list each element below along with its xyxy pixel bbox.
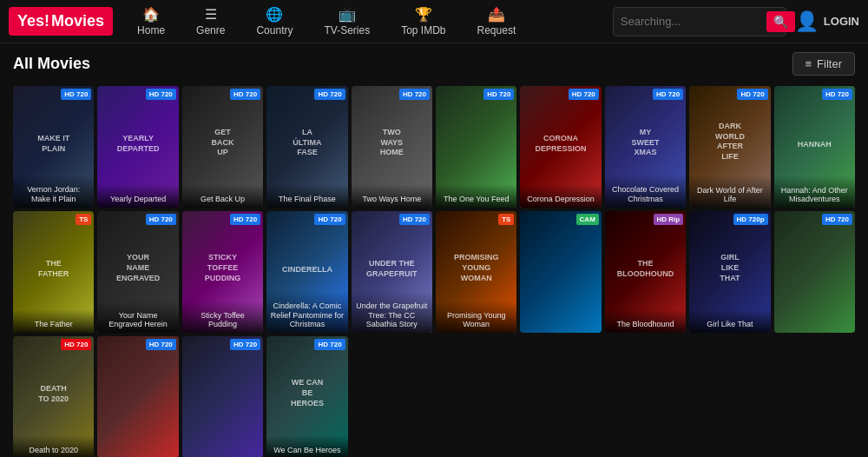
search-button[interactable]: 🔍 <box>766 11 795 32</box>
movie-badge: HD 720 <box>230 89 260 100</box>
search-input[interactable] <box>621 15 766 28</box>
tv-icon: 📺 <box>339 6 356 23</box>
poster-text: GET BACK UP <box>202 124 243 162</box>
nav-request[interactable]: 📤 Request <box>462 0 532 43</box>
movie-title: The One You Feed <box>436 184 516 208</box>
filter-button[interactable]: ≡ Filter <box>792 52 855 76</box>
movie-card[interactable]: UNDER THE GRAPEFRUIT HD 720 Under the Gr… <box>352 211 432 333</box>
search-box: 🔍 <box>613 7 786 36</box>
movie-card[interactable]: CORONA DEPRESSION HD 720 Corona Depressi… <box>520 86 601 208</box>
movie-card[interactable]: GET BACK UP HD 720 Get Back Up <box>182 86 263 208</box>
poster-text: LA ÚLTIMA FASE <box>287 124 328 162</box>
movie-card[interactable]: MAKE IT PLAIN HD 720 Vernon Jordan: Make… <box>13 86 94 208</box>
login-button[interactable]: 👤 LOGIN <box>795 10 859 33</box>
poster-text: YEARLY DEPARTED <box>114 130 163 157</box>
movie-card[interactable]: CINDERELLA HD 720 Cinderella: A Comic Re… <box>266 211 347 333</box>
nav-country[interactable]: 🌐 Country <box>240 0 308 43</box>
movie-card[interactable]: CAM <box>520 211 601 333</box>
movie-card[interactable]: YOUR NAME ENGRAVED HD 720 Your Name Engr… <box>97 211 178 333</box>
movie-card[interactable]: TWO WAYS HOME HD 720 Two Ways Home <box>352 86 432 208</box>
movie-badge: HD 720 <box>314 89 345 100</box>
movie-card[interactable]: HD 720 The One You Feed <box>436 86 516 208</box>
nav-genre[interactable]: ☰ Genre <box>181 0 240 43</box>
movie-title: Vernon Jordan: Make it Plain <box>13 175 94 208</box>
movie-badge: HD Rip <box>654 214 684 225</box>
poster-text: PROMISING YOUNG WOMAN <box>450 249 503 287</box>
poster-text: GIRL LIKE THAT <box>710 249 751 287</box>
movie-card[interactable]: DEATH TO 2020 HD 720 Death to 2020 <box>13 336 94 457</box>
nav-tv-series[interactable]: 📺 TV-Series <box>308 0 385 43</box>
nav-home-label: Home <box>137 24 165 36</box>
movie-card[interactable]: STICKY TOFFEE PUDDING HD 720 Sticky Toff… <box>182 211 263 333</box>
movie-card[interactable]: HD 720 <box>774 211 855 333</box>
movie-card[interactable]: THE FATHER TS The Father <box>13 211 94 333</box>
movie-card[interactable]: LA ÚLTIMA FASE HD 720 The Final Phase <box>266 86 347 208</box>
movie-title: The Bloodhound <box>605 309 686 333</box>
poster-text <box>557 268 564 275</box>
movie-card[interactable]: HANNAH HD 720 Hannah: And Other Misadven… <box>774 86 855 208</box>
poster-text: STICKY TOFFEE PUDDING <box>201 249 245 287</box>
nav-tv-label: TV-Series <box>324 24 370 36</box>
movies-grid: MAKE IT PLAIN HD 720 Vernon Jordan: Make… <box>13 86 855 457</box>
movie-title: The Final Phase <box>266 184 347 208</box>
movie-title: Cinderella: A Comic Relief Pantomime for… <box>266 291 347 333</box>
movie-card[interactable]: GIRL LIKE THAT HD 720p Girl Like That <box>689 211 770 333</box>
movie-badge: HD 720 <box>230 214 260 225</box>
poster-text: DARK WORLD AFTER LIFE <box>710 118 751 166</box>
main-header: Yes!Movies 🏠 Home ☰ Genre 🌐 Country 📺 TV… <box>0 0 868 43</box>
imdb-icon: 🏆 <box>415 6 432 23</box>
logo-movies: Movies <box>51 12 104 30</box>
movie-title: Under the Grapefruit Tree: The CC Sabath… <box>352 291 432 333</box>
nav-top-imdb[interactable]: 🏆 Top IMDb <box>385 0 461 43</box>
movie-title: Sticky Toffee Pudding <box>182 301 263 334</box>
movie-card[interactable]: HD 720 <box>97 336 178 457</box>
section-header: All Movies ≡ Filter <box>13 52 855 76</box>
login-label: LOGIN <box>824 15 859 28</box>
movie-title: Dark World of After Life <box>689 176 770 209</box>
logo[interactable]: Yes!Movies <box>9 7 113 36</box>
movie-title: Your Name Engraved Herein <box>97 301 178 334</box>
movie-card[interactable]: PROMISING YOUNG WOMAN TS Promising Young… <box>436 211 516 333</box>
movie-card[interactable]: YEARLY DEPARTED HD 720 Yearly Departed <box>97 86 178 208</box>
filter-label: Filter <box>817 57 842 70</box>
poster-text: THE BLOODHOUND <box>614 255 678 282</box>
poster-text <box>811 268 818 275</box>
movie-title: Corona Depression <box>520 184 601 208</box>
movie-card[interactable]: MY SWEET XMAS HD 720 Chocolate Covered C… <box>605 86 686 208</box>
movie-badge: HD 720 <box>399 214 430 225</box>
poster-text: MAKE IT PLAIN <box>33 130 74 157</box>
movie-card[interactable]: HD 720 <box>182 336 263 457</box>
poster-text: CINDERELLA <box>279 262 336 279</box>
movie-badge: HD 720 <box>146 89 176 100</box>
filter-icon: ≡ <box>806 57 812 70</box>
movie-title: Hannah: And Other Misadventures <box>774 176 855 209</box>
home-icon: 🏠 <box>142 6 160 23</box>
movie-badge: HD 720 <box>737 89 767 100</box>
movie-card[interactable]: DARK WORLD AFTER LIFE HD 720 Dark World … <box>689 86 770 208</box>
movie-badge: HD 720 <box>483 89 514 100</box>
movie-badge: HD 720 <box>653 89 683 100</box>
movie-title: Girl Like That <box>689 309 770 333</box>
user-icon: 👤 <box>795 10 819 33</box>
nav-request-label: Request <box>477 24 516 36</box>
movie-title: Get Back Up <box>182 184 263 208</box>
poster-text: UNDER THE GRAPEFRUIT <box>363 255 421 282</box>
main-content: All Movies ≡ Filter MAKE IT PLAIN HD 720… <box>0 43 868 457</box>
nav-country-label: Country <box>256 24 293 36</box>
poster-text <box>219 393 226 400</box>
poster-text: TWO WAYS HOME <box>372 124 412 162</box>
main-nav: 🏠 Home ☰ Genre 🌐 Country 📺 TV-Series 🏆 T… <box>122 0 613 43</box>
movie-badge: HD 720 <box>61 339 91 350</box>
movie-card[interactable]: WE CAN BE HEROES HD 720 We Can Be Heroes <box>266 336 347 457</box>
movie-badge: HD 720 <box>569 89 599 100</box>
movie-badge: HD 720 <box>314 339 345 350</box>
movie-title: Chocolate Covered Christmas <box>605 175 686 208</box>
movie-badge: HD 720 <box>399 89 430 100</box>
movie-badge: HD 720 <box>61 89 91 100</box>
movie-badge: CAM <box>576 214 599 225</box>
section-title: All Movies <box>13 55 90 73</box>
nav-home[interactable]: 🏠 Home <box>122 0 181 43</box>
movie-title: Two Ways Home <box>352 184 432 208</box>
movie-title: The Father <box>13 309 94 333</box>
movie-card[interactable]: THE BLOODHOUND HD Rip The Bloodhound <box>605 211 686 333</box>
